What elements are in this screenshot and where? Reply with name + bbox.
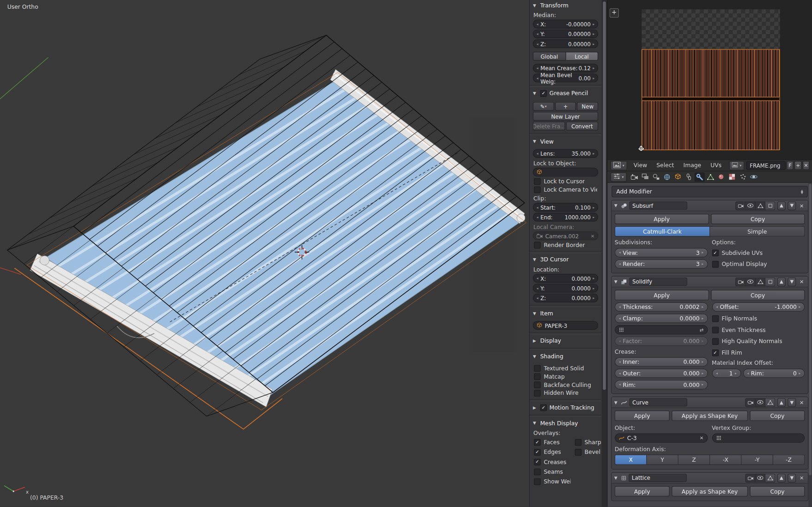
checkbox-box[interactable]: [534, 365, 541, 372]
cursor-z-field[interactable]: Z: 0.0000: [533, 294, 598, 302]
checkbox-box[interactable]: [575, 439, 582, 446]
apply-button[interactable]: Apply: [615, 214, 709, 224]
motion-tracking-checkbox[interactable]: ✓: [540, 404, 547, 411]
clip-start-field[interactable]: Start: 0.100: [533, 203, 598, 212]
panel-header-display[interactable]: ▶ Display: [530, 336, 601, 345]
panel-header-3d-cursor[interactable]: ▼ 3D Cursor: [530, 254, 601, 264]
gp-add-button[interactable]: +: [555, 102, 576, 111]
toggle-editmode-icon[interactable]: [756, 277, 765, 286]
even-thickness-checkbox[interactable]: Even Thickness: [712, 325, 805, 334]
lock-object-selector[interactable]: [533, 168, 598, 176]
gp-new-button[interactable]: New: [577, 102, 598, 111]
mean-crease-field[interactable]: Mean Crease: 0.12: [533, 64, 598, 72]
lock-camera-checkbox[interactable]: Lock Camera to View: [534, 187, 597, 193]
axis-z-button[interactable]: Z: [679, 454, 710, 465]
median-z-field[interactable]: Z: 0.00000: [533, 39, 598, 48]
tab-modifiers-icon[interactable]: [694, 172, 704, 181]
toggle-viewport-eye-icon[interactable]: [756, 473, 765, 482]
backface-culling-checkbox[interactable]: Backface Culling: [534, 381, 597, 388]
menu-uvs[interactable]: UVs: [706, 162, 726, 169]
subdivide-uvs-checkbox[interactable]: ✓ Subdivide UVs: [712, 248, 805, 257]
toggle-cage-icon[interactable]: [765, 277, 775, 286]
checkbox-box[interactable]: [575, 449, 582, 456]
tab-render-layers-icon[interactable]: [640, 172, 650, 181]
move-down-button[interactable]: ▼: [788, 398, 796, 407]
checkbox-box[interactable]: ✓: [534, 449, 541, 456]
delete-modifier-button[interactable]: ✕: [798, 278, 806, 286]
unlink-image-button[interactable]: ✕: [803, 161, 810, 170]
panel-header-mesh-display[interactable]: ▼ Mesh Display: [530, 418, 601, 428]
checkbox-box[interactable]: ✓: [712, 349, 719, 356]
vertex-group-selector[interactable]: ⇄: [615, 325, 708, 334]
scrollbar-thumb[interactable]: [602, 1, 606, 390]
median-y-field[interactable]: Y: 0.00000: [533, 30, 598, 38]
clip-end-field[interactable]: End: 1000.000: [533, 213, 598, 222]
3d-viewport[interactable]: x User Ortho (0) PAPER-3: [0, 0, 529, 507]
region-add-button[interactable]: +: [610, 8, 619, 18]
cursor-x-field[interactable]: X: 0.0000: [533, 274, 598, 283]
panel-header-transform[interactable]: ▼ Transform: [530, 0, 601, 10]
checkbox-box[interactable]: [534, 178, 541, 185]
tab-object-icon[interactable]: [673, 172, 683, 181]
editor-type-button[interactable]: ▾: [611, 161, 627, 170]
matcap-checkbox[interactable]: Matcap: [534, 373, 597, 380]
unlink-icon[interactable]: ✕: [700, 435, 703, 441]
tab-world-icon[interactable]: [661, 172, 672, 181]
toggle-render-icon[interactable]: [735, 201, 745, 210]
toggle-viewport-eye-icon[interactable]: [756, 398, 765, 407]
checkbox-box[interactable]: [534, 390, 541, 397]
move-up-button[interactable]: ▲: [777, 277, 786, 286]
modifier-name-field[interactable]: Solidify: [629, 278, 687, 286]
crease-rim-field[interactable]: Rim: 0.000: [615, 380, 708, 389]
uv-canvas[interactable]: + ↔↕: [607, 0, 812, 159]
modifier-header[interactable]: ▼ Curve ▲ ▼ ✕: [612, 397, 808, 408]
move-down-button[interactable]: ▼: [788, 277, 796, 286]
apply-button[interactable]: Apply: [615, 410, 670, 421]
cursor-y-field[interactable]: Y: 0.0000: [533, 284, 598, 292]
crease-inner-field[interactable]: Inner: 0.000: [615, 357, 708, 367]
properties-scrollbar[interactable]: [808, 183, 812, 507]
editor-type-button[interactable]: ▾: [611, 172, 626, 181]
toggle-editmode-icon[interactable]: [765, 398, 775, 407]
expand-icon[interactable]: ▼: [614, 476, 619, 480]
faces-checkbox[interactable]: ✓ Faces: [534, 439, 570, 446]
checkbox-box[interactable]: ✓: [712, 249, 719, 256]
tab-scene-icon[interactable]: [651, 172, 661, 181]
median-x-field[interactable]: X: -0.00000: [533, 20, 598, 29]
fake-user-button[interactable]: F: [787, 161, 794, 170]
move-up-button[interactable]: ▲: [777, 398, 786, 407]
add-modifier-dropdown[interactable]: Add Modifier ▲▼: [612, 186, 808, 198]
checkbox-box[interactable]: [534, 187, 541, 193]
copy-button[interactable]: Copy: [750, 410, 805, 421]
lock-to-cursor-checkbox[interactable]: Lock to Cursor: [534, 178, 597, 185]
axis-y-button[interactable]: Y: [647, 454, 678, 465]
axis-neg-y-button[interactable]: -Y: [742, 454, 773, 465]
toggle-editmode-icon[interactable]: [765, 473, 775, 482]
modifier-name-field[interactable]: Lattice: [629, 474, 687, 482]
high-quality-normals-checkbox[interactable]: High Quality Normals: [712, 337, 805, 346]
move-down-button[interactable]: ▼: [788, 201, 796, 210]
new-image-button[interactable]: +: [794, 161, 801, 170]
checkbox-box[interactable]: [712, 315, 719, 322]
apply-button[interactable]: Apply: [615, 290, 709, 300]
image-browse-button[interactable]: ▾: [729, 161, 744, 170]
bevel-checkbox[interactable]: Bevel: [575, 449, 601, 456]
catmull-clark-button[interactable]: Catmull-Clark: [615, 226, 710, 236]
toggle-render-icon[interactable]: [745, 473, 755, 482]
apply-button[interactable]: Apply: [615, 486, 670, 496]
expand-icon[interactable]: ▼: [614, 279, 619, 284]
panel-header-item[interactable]: ▼ Item: [530, 308, 601, 318]
panel-header-motion-tracking[interactable]: ▶ ✓ Motion Tracking: [530, 402, 601, 412]
curve-object-selector[interactable]: C-3 ✕: [615, 433, 708, 442]
expand-icon[interactable]: ▼: [614, 400, 619, 404]
toggle-cage-icon[interactable]: [765, 201, 775, 210]
checkbox-box[interactable]: [534, 469, 541, 476]
delete-modifier-button[interactable]: ✕: [798, 202, 806, 210]
copy-button[interactable]: Copy: [711, 214, 805, 224]
tab-texture-icon[interactable]: [727, 172, 737, 181]
show-weights-checkbox[interactable]: Show Weights: [534, 478, 570, 485]
unlink-icon[interactable]: ✕: [591, 233, 594, 238]
factor-field[interactable]: Factor: 0.000: [615, 337, 708, 346]
modifier-name-field[interactable]: Subsurf: [629, 201, 687, 210]
checkbox-box[interactable]: [534, 242, 541, 249]
